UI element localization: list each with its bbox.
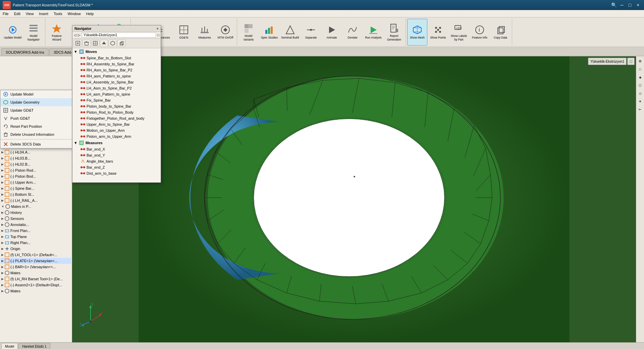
navigator-close-button[interactable]: × [157,26,159,31]
run-analysis-button[interactable]: Run Analysis [363,19,383,46]
dropdown-push-gdt[interactable]: Push GD&T [0,114,72,122]
tree-item-mates2[interactable]: ▶ Mates [1,270,71,276]
nav-item-lh-asm-pattern[interactable]: LH_asm_Pattern_to_spine [72,91,161,97]
nav-item-lh-assembly[interactable]: LH_Assembly_to_Spine_Bar [72,79,161,85]
right-sidebar-scene-button[interactable]: ☀ [637,98,644,105]
tree-item-piston-rod[interactable]: ▶ (-) Piston Rod... [1,167,71,173]
tree-item-hl04a[interactable]: ▶ (-) HL04.A... [1,149,71,155]
tree-item-plate1[interactable]: ▶ (-) PLATE<1> (Varsayılan<... [1,258,71,264]
right-sidebar-render-button[interactable]: ⬡ [637,82,644,89]
nav-item-dist-arm-base[interactable]: Dist_arm_to_base [72,170,161,176]
tree-item-bottom-sl[interactable]: ▶ (-) Bottom Sl... [1,191,71,197]
tree-item-history[interactable]: ▶ History [1,210,71,216]
right-sidebar-section-button[interactable]: ⊢ [637,106,644,113]
nav-section-measures[interactable]: ▼ Measures [72,139,161,146]
tree-item-hl02b[interactable]: ▶ (-) HL02.B... [1,161,71,167]
tree-item-front-plane[interactable]: ▶ Front Plan... [1,228,71,234]
nav-section-moves[interactable]: ▼ Moves [72,48,161,55]
tree-item-mates-in[interactable]: ▼ Mates in P... [1,203,71,210]
tree-item-lh-rail-a[interactable]: ▶ (-) LH_RAIL_A... [1,197,71,203]
nav-item-piston-arm-upper-arm[interactable]: Piston_arm_to_Upper_Arm [72,133,161,139]
tree-expand-bar1[interactable]: ▶ [1,265,4,269]
nav-back-button[interactable]: ◁ [74,33,76,37]
nav-delete-button[interactable] [83,40,91,47]
tree-expand-lh-tool[interactable]: ▶ [1,253,4,256]
dropdown-update-gdts[interactable]: Update GD&T [0,106,72,114]
nav-item-bar-end-y[interactable]: Bar_end_Y [72,152,161,158]
tree-item-lh-tool[interactable]: ▶ (f) LH_TOOL<1> (Default<... [1,252,71,258]
nav-copy-button[interactable] [117,40,125,47]
dropdown-update-model[interactable]: Update Model [0,90,72,98]
tree-item-mates3[interactable]: ▶ Mates [1,288,71,294]
tree-expand-plate1[interactable]: ▶ [1,259,4,263]
tree-expand-right-plane[interactable]: ▶ [1,241,4,244]
minimize-button[interactable]: ─ [619,2,625,8]
tree-expand-sensors[interactable]: ▶ [1,217,4,220]
nav-item-angle-btw-bars[interactable]: Angle_btw_bars [72,158,161,164]
tree-expand-top-plane[interactable]: ▶ [1,235,4,238]
spec-studies-button[interactable]: Spec Studies [259,19,279,46]
nav-item-bar-end-x[interactable]: Bar_end_X [72,146,161,152]
tree-item-annotations[interactable]: ▶ Annotatio... [1,222,71,228]
right-sidebar-materials-button[interactable]: ◇ [637,90,644,97]
tree-expand-hl03b[interactable]: ▶ [1,157,4,160]
tab-solidworks-addins[interactable]: SOLIDWORKS Add-Ins [1,48,49,56]
mtm-button[interactable]: MTM On/Off [215,19,235,46]
show-mesh-button[interactable]: Show Mesh [407,19,427,46]
menu-file[interactable]: File [0,10,11,17]
menu-help[interactable]: Help [84,10,97,17]
menu-view[interactable]: View [23,10,37,17]
dropdown-delete-unused[interactable]: Delete Unused Information [0,130,72,138]
nav-forward-button[interactable]: ▷ [78,33,80,37]
feature-info-button[interactable]: i Feature Info [470,19,490,46]
tree-item-sensors[interactable]: ▶ Sensors [1,216,71,222]
maximize-button[interactable]: □ [627,2,633,8]
model-navigator-button[interactable]: Model Navigator [23,19,44,46]
tree-expand-mates-in[interactable]: ▼ [1,205,4,208]
dropdown-reset-part[interactable]: Reset Part Position [0,122,72,130]
close-button[interactable]: × [635,2,641,8]
tree-expand-upper-arm[interactable]: ▶ [1,181,4,184]
nav-grid-button[interactable] [91,40,99,47]
animate-button[interactable]: Animate [322,19,342,46]
bottom-tab-model[interactable]: Model [1,343,18,349]
tree-item-bar1[interactable]: ▶ (-) BAR<1> (Varsayılan<<... [1,264,71,270]
nav-item-fix-spine-bar[interactable]: Fix_Spine_Bar [72,97,161,103]
tree-item-assem2[interactable]: ▶ (-) Assem2<1> (Default<Displ... [1,282,71,288]
nav-item-spine-bar[interactable]: Spine_Bar_to_Bottom_Slot [72,55,161,61]
tree-expand-history[interactable]: ▶ [1,211,4,214]
model-variants-button[interactable]: Model Variants [238,19,259,46]
copy-data-button[interactable]: Copy Data [490,19,511,46]
right-sidebar-display-button[interactable]: □ [637,66,644,72]
search-solidworks[interactable]: 🔍 [610,2,617,8]
show-points-button[interactable]: Show Points [428,19,448,46]
nav-item-rh-assembly[interactable]: RH_Assembly_to_Spine_Bar [72,61,161,67]
tree-expand-assem2[interactable]: ▶ [1,283,4,287]
nav-item-motion-upper-arm[interactable]: Motion_on_Upper_Arm [72,127,161,133]
dropdown-update-geometry[interactable]: Update Geometry [0,98,72,106]
gdts-button[interactable]: GD&Ts [174,19,194,46]
measures-button[interactable]: Measures [195,19,215,46]
tree-item-lh-rh-barset[interactable]: ▶ (f) LH_RH Barset Tool<1> (De... [1,276,71,282]
tree-item-right-plane[interactable]: ▶ Right Plan... [1,240,71,246]
menu-window[interactable]: Window [65,10,84,17]
tree-item-piston-body[interactable]: ▶ (-) Piston Bod... [1,173,71,179]
nav-item-rh-asm-spine-bar-p2[interactable]: RH_Asm_to_Spine_Bar_P2 [72,67,161,73]
tree-expand-hl02b[interactable]: ▶ [1,163,4,166]
bottom-tab-motion[interactable]: Hareket Etüdü 1 [18,343,50,349]
tree-expand-front-plane[interactable]: ▶ [1,229,4,232]
separate-button[interactable]: Separate [301,19,321,46]
tree-item-hl03b[interactable]: ▶ (-) HL03.B... [1,155,71,161]
tree-expand-bottom-sl[interactable]: ▶ [1,193,4,196]
tree-expand-piston-rod[interactable]: ▶ [1,169,4,172]
nav-item-lh-asm-spine-bar-p2[interactable]: LH_Asm_to_Spine_Bar_P2 [72,85,161,91]
nav-expand-button[interactable]: □ [157,33,159,37]
menu-tools[interactable]: Tools [51,10,65,17]
tree-item-upper-arm[interactable]: ▶ (-) Upper Arm... [1,179,71,185]
tree-expand-annotations[interactable]: ▶ [1,223,4,226]
tree-expand-spine-bar[interactable]: ▶ [1,187,4,190]
report-generation-button[interactable]: Report Generation [384,19,404,46]
tree-item-top-plane[interactable]: ▶ Top Plane [1,234,71,240]
nav-mesh-button[interactable] [109,40,117,47]
update-model-button[interactable]: Update Model [3,19,23,46]
